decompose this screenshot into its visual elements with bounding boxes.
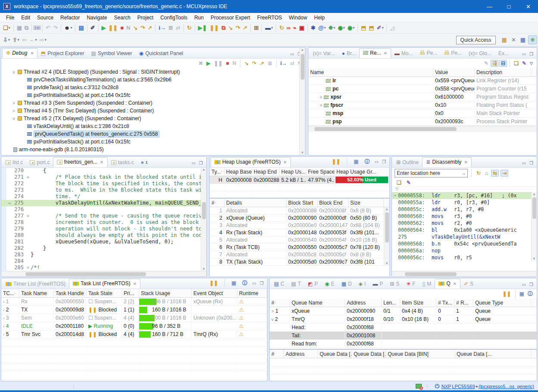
profile-button[interactable]: ◉▾: [346, 25, 356, 31]
stack-frame-row[interactable]: prvCheckTasksWaitingTermination() at tas…: [11, 76, 305, 84]
view-menu-icon[interactable]: ▽: [529, 61, 534, 65]
refresh-debug-button[interactable]: ↻: [278, 25, 285, 31]
console-error-icon[interactable]: [416, 384, 422, 389]
minimize-window-button[interactable]: —: [480, 0, 499, 13]
registers-hscroll[interactable]: [308, 126, 537, 131]
instruction-stepping-button[interactable]: i→: [279, 60, 288, 66]
close-icon[interactable]: ✕: [453, 281, 457, 286]
reset-button[interactable]: ↻: [186, 25, 193, 31]
tab-memory[interactable]: ▯M: [419, 280, 435, 289]
queue-row[interactable]: > 1 xQueue0x200000900/1 0x4 (4 B)01Queue: [270, 307, 537, 315]
col-task-name[interactable]: Task Name: [19, 289, 54, 297]
open-perspective-button[interactable]: ▦: [500, 36, 509, 44]
save-button[interactable]: ▣: [352, 159, 360, 165]
save-button[interactable]: ▣: [230, 280, 237, 286]
resume-all-button[interactable]: ▶❚: [197, 25, 208, 31]
save-button[interactable]: ▣: [518, 291, 526, 297]
close-icon[interactable]: ✕: [30, 51, 33, 56]
col-runtime[interactable]: Runtime: [237, 289, 267, 297]
disconnect-button[interactable]: N: [231, 60, 238, 66]
tab-peripherals-1[interactable]: 品Pe...: [417, 48, 441, 58]
menu-navigate[interactable]: Navigate: [83, 14, 110, 22]
maximize-window-button[interactable]: □: [499, 0, 519, 13]
queue-detail-row-selected[interactable]: Tail:0x20001008: [270, 332, 537, 340]
maximize-view-icon[interactable]: ❒: [260, 281, 264, 286]
heap-vscroll[interactable]: ▲▼: [384, 207, 389, 266]
menu-help[interactable]: Help: [311, 14, 328, 22]
step-into-all-button[interactable]: ↘: [227, 25, 234, 31]
redo-button[interactable]: ↷: [52, 25, 59, 31]
maximize-view-icon[interactable]: ❒: [382, 159, 386, 164]
tab-task-list[interactable]: Task List (FreeRTOS) ✕: [69, 279, 140, 289]
maximize-view-icon[interactable]: ❒: [529, 161, 533, 165]
col-tx[interactable]: # Tx...: [436, 299, 454, 307]
close-icon[interactable]: ✕: [100, 160, 103, 165]
suspend-button[interactable]: ❚❚: [107, 25, 119, 31]
redlink-button[interactable]: ⌁: [292, 25, 298, 31]
register-row[interactable]: lr 0x559 <prvQueueSendTas...Link Registe…: [308, 77, 537, 85]
heap-block-row[interactable]: 1Allocated0x200000880x2000008f0x8 (8 B): [210, 207, 389, 215]
tab-symbol-viewer[interactable]: ▤ Symbol Viewer: [88, 49, 136, 58]
info-button[interactable]: ⓘ: [526, 290, 534, 298]
tab-properties[interactable]: ▬P: [369, 280, 386, 289]
col-queue-data-1[interactable]: Queue Data [...: [318, 350, 352, 358]
tab-freertos-generic-c[interactable]: .cfreertos_gen...✕: [53, 157, 107, 167]
resume-button[interactable]: ▶: [100, 25, 107, 31]
thread-row[interactable]: v Thread #5 2 (TX Delayed) (Suspended : …: [11, 115, 305, 122]
stack-frame-row[interactable]: prvIdleTask() at tasks.c:3'312 0x28c8: [11, 84, 305, 91]
menu-freertos[interactable]: FreeRTOS: [254, 14, 286, 22]
debug-vscroll[interactable]: ▲▼: [299, 48, 305, 155]
debug-button[interactable]: ❉▾: [327, 25, 336, 31]
tab-timer-list[interactable]: Timer List (FreeRTOS): [2, 280, 69, 289]
col-heap-usage-graph[interactable]: Heap Usage Gr...: [335, 168, 389, 176]
forward-button[interactable]: ⇨▾: [38, 37, 48, 43]
col-queue-name[interactable]: Queue Name: [290, 299, 345, 307]
col-heap-end[interactable]: Heap End: [252, 168, 280, 176]
tab-variables[interactable]: (x)= Var...: [309, 49, 338, 58]
minimize-view-icon[interactable]: ▭: [375, 159, 379, 164]
tab-fault[interactable]: ✳F: [403, 280, 419, 289]
col-address[interactable]: Address: [345, 299, 382, 307]
edit-button[interactable]: ✎: [405, 180, 412, 186]
debug-perspective-button[interactable]: ❉: [528, 35, 537, 44]
step-return-all-button[interactable]: ↗: [242, 25, 249, 31]
heap-block-row[interactable]: 3Allocated0x200000e00x200001470x68 (104 …: [210, 222, 389, 229]
binary-browser-icon[interactable]: 010: [34, 26, 40, 30]
heap-block-row[interactable]: 5Allocated0x200005400x2000054f0x10 (16 B…: [210, 236, 389, 244]
menu-edit[interactable]: Edit: [18, 14, 34, 22]
col-stack-usage[interactable]: Stack Usage: [139, 289, 192, 297]
tab-project-explorer[interactable]: ⬒ Project Explorer: [37, 49, 88, 58]
info-button[interactable]: ⓘ: [364, 158, 371, 165]
register-row[interactable]: pc 0x558 <prvQueueSendTas...Program Coun…: [308, 85, 537, 93]
autostep-button[interactable]: ⇄: [289, 60, 296, 66]
export-button[interactable]: ⇧▾: [11, 37, 21, 43]
maximize-view-icon[interactable]: ❒: [529, 52, 533, 56]
disassembly-row-current[interactable]: ➾00000558:ldrr3, [pc, #16] ; (0x: [392, 192, 537, 199]
pause-updates-button[interactable]: ❚❚: [330, 159, 342, 165]
tab-peripherals-2[interactable]: 品Pe...: [441, 48, 465, 58]
menu-file[interactable]: File: [3, 14, 18, 22]
tab-global-variables[interactable]: (x)= Glo...: [465, 49, 495, 58]
heap-block-row[interactable]: 8TX (Task Stack)0x200005d00x200009c70x3f…: [210, 258, 389, 266]
instruction-stepping-button[interactable]: i→: [157, 25, 167, 31]
disassembly-hscroll[interactable]: [392, 271, 537, 277]
tab-modules[interactable]: ▬Mo...: [391, 49, 417, 58]
minimize-view-icon[interactable]: ▭: [252, 281, 256, 286]
location-combo[interactable]: Enter location here ⌄: [395, 169, 468, 177]
minimize-view-icon[interactable]: ▭: [522, 52, 526, 56]
menu-run[interactable]: Run: [191, 14, 207, 22]
heap-block-row[interactable]: 4Rx (Task Stack)0x200001480x2000053f0x3f…: [210, 229, 389, 236]
tab-outline[interactable]: ⊞Outline: [393, 158, 422, 167]
tab-queue-list[interactable]: Q ✕: [435, 279, 460, 289]
open-project-2-button[interactable]: ⬒: [367, 25, 375, 31]
terminate-remove-button[interactable]: ▣: [298, 25, 305, 31]
menu-window[interactable]: Window: [286, 14, 311, 22]
suspend-button[interactable]: ❚❚: [212, 60, 224, 66]
minimize-view-icon[interactable]: ▭: [522, 282, 526, 287]
col-num[interactable]: #ˆ: [270, 299, 290, 307]
stepping-filters-button[interactable]: ≣: [167, 25, 174, 31]
stack-frame-row[interactable]: vTaskDelayUntil() at tasks.c:1'286 0x21c…: [11, 122, 305, 130]
annotations-button[interactable]: @▾: [317, 25, 327, 31]
edit-register-group-button[interactable]: ✎: [521, 60, 528, 66]
close-icon[interactable]: ✕: [133, 281, 137, 286]
